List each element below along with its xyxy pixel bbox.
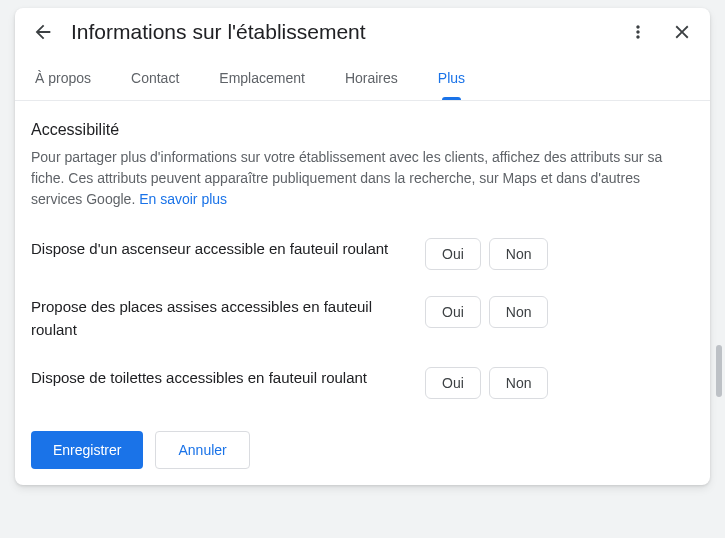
learn-more-link[interactable]: En savoir plus	[139, 191, 227, 207]
yes-button[interactable]: Oui	[425, 367, 481, 399]
tab-location[interactable]: Emplacement	[215, 56, 309, 100]
close-button[interactable]	[670, 20, 694, 44]
toggle-group: Oui Non	[425, 296, 548, 328]
attribute-label: Propose des places assises accessibles e…	[31, 296, 401, 341]
attribute-row-seating: Propose des places assises accessibles e…	[31, 296, 694, 341]
more-options-button[interactable]	[626, 20, 650, 44]
close-icon	[671, 21, 693, 43]
tab-hours[interactable]: Horaires	[341, 56, 402, 100]
attribute-label: Dispose d'un ascenseur accessible en fau…	[31, 238, 401, 261]
attribute-row-elevator: Dispose d'un ascenseur accessible en fau…	[31, 238, 694, 270]
save-button[interactable]: Enregistrer	[31, 431, 143, 469]
no-button[interactable]: Non	[489, 238, 549, 270]
attribute-row-restroom: Dispose de toilettes accessibles en faut…	[31, 367, 694, 399]
tab-more[interactable]: Plus	[434, 56, 469, 100]
no-button[interactable]: Non	[489, 296, 549, 328]
section-description: Pour partager plus d'informations sur vo…	[31, 147, 694, 210]
dialog-footer: Enregistrer Annuler	[31, 425, 694, 469]
tab-contact[interactable]: Contact	[127, 56, 183, 100]
back-button[interactable]	[31, 20, 55, 44]
more-vert-icon	[628, 22, 648, 42]
dialog-title: Informations sur l'établissement	[71, 20, 610, 44]
yes-button[interactable]: Oui	[425, 238, 481, 270]
yes-button[interactable]: Oui	[425, 296, 481, 328]
arrow-back-icon	[32, 21, 54, 43]
toggle-group: Oui Non	[425, 367, 548, 399]
cancel-button[interactable]: Annuler	[155, 431, 249, 469]
tab-about[interactable]: À propos	[31, 56, 95, 100]
header-actions	[626, 20, 694, 44]
tab-bar: À propos Contact Emplacement Horaires Pl…	[15, 56, 710, 101]
scrollbar-track	[714, 0, 722, 538]
section-description-text: Pour partager plus d'informations sur vo…	[31, 149, 662, 207]
business-info-dialog: Informations sur l'établissement À propo…	[15, 8, 710, 485]
attribute-label: Dispose de toilettes accessibles en faut…	[31, 367, 401, 390]
no-button[interactable]: Non	[489, 367, 549, 399]
toggle-group: Oui Non	[425, 238, 548, 270]
scrollbar-thumb[interactable]	[716, 345, 722, 397]
dialog-content: Accessibilité Pour partager plus d'infor…	[15, 101, 710, 485]
dialog-header: Informations sur l'établissement	[15, 8, 710, 56]
section-title: Accessibilité	[31, 121, 694, 139]
